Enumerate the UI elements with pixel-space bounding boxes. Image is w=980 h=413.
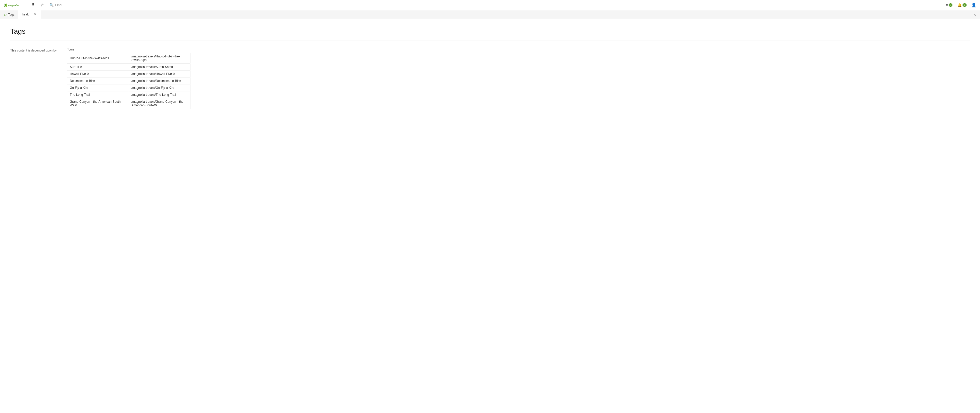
- logo[interactable]: magnolia: [2, 2, 27, 8]
- svg-text:magnolia: magnolia: [8, 4, 19, 7]
- star-icon: ☆: [40, 3, 44, 8]
- tab-bar-close-button[interactable]: ✕: [971, 11, 979, 19]
- row-path: /magnolia-travels/Grand-Canyon—the-Ameri…: [129, 98, 191, 109]
- table-row: Grand-Canyon—the-American-South-West /ma…: [67, 98, 191, 109]
- row-name: The-Long-Trail: [67, 91, 129, 98]
- search-input[interactable]: [55, 3, 200, 7]
- row-path: /magnolia-travels/Hawaii-Five-0: [129, 70, 191, 78]
- tag-icon: 🏷: [3, 13, 6, 16]
- health-tab-label: health: [22, 13, 30, 16]
- search-icon: 🔍: [49, 3, 54, 7]
- row-path: /magnolia-travels/Go-Fly-a-Kite: [129, 85, 191, 91]
- table-row: Surf Title /magnolia-travels/Surfin-Safa…: [67, 64, 191, 70]
- top-nav: magnolia ⠿ ☆ 🔍 ≡ 0 🔔 0 👤: [0, 0, 980, 10]
- row-name: Hut-to-Hut-in-the-Swiss-Alps: [67, 53, 129, 64]
- depends-section: This content is depended upon by Tours H…: [10, 48, 970, 109]
- tab-health[interactable]: health ✕: [18, 10, 41, 19]
- nav-right: ≡ 0 🔔 0 👤: [944, 1, 978, 9]
- dependency-table: Hut-to-Hut-in-the-Swiss-Alps /magnolia-t…: [67, 53, 191, 109]
- user-icon: 👤: [971, 3, 977, 8]
- table-row: The-Long-Trail /magnolia-travels/The-Lon…: [67, 91, 191, 98]
- table-row: Dolomites-on-Bike /magnolia-travels/Dolo…: [67, 78, 191, 85]
- main-content: Tags This content is depended upon by To…: [0, 19, 980, 117]
- tab-bar: 🏷 Tags health ✕ ✕: [0, 10, 980, 19]
- depends-content: Tours Hut-to-Hut-in-the-Swiss-Alps /magn…: [67, 48, 191, 109]
- section-category: Tours: [67, 48, 191, 51]
- row-path: /magnolia-travels/The-Long-Trail: [129, 91, 191, 98]
- tasks-badge: 0: [948, 3, 953, 7]
- row-path: /magnolia-travels/Surfin-Safari: [129, 64, 191, 70]
- tasks-icon: ≡: [946, 3, 948, 7]
- row-name: Go-Fly-a-Kite: [67, 85, 129, 91]
- tags-tab-label: Tags: [8, 13, 14, 16]
- table-row: Hawaii-Five-0 /magnolia-travels/Hawaii-F…: [67, 70, 191, 78]
- row-path: /magnolia-travels/Hut-to-Hut-in-the-Swis…: [129, 53, 191, 64]
- row-name: Dolomites-on-Bike: [67, 78, 129, 85]
- search-bar: 🔍: [47, 3, 202, 7]
- health-tab-close[interactable]: ✕: [33, 12, 37, 16]
- tab-tags[interactable]: 🏷 Tags: [0, 10, 18, 19]
- tasks-button[interactable]: ≡ 0: [944, 2, 955, 8]
- favorites-icon-button[interactable]: ☆: [38, 1, 46, 9]
- bell-icon: 🔔: [958, 3, 962, 7]
- row-name: Hawaii-Five-0: [67, 70, 129, 78]
- notifications-badge: 0: [963, 3, 967, 7]
- depends-label: This content is depended upon by: [10, 48, 57, 52]
- notifications-button[interactable]: 🔔 0: [956, 2, 969, 8]
- grid-icon-button[interactable]: ⠿: [29, 1, 37, 9]
- user-profile-button[interactable]: 👤: [970, 1, 978, 9]
- table-row: Go-Fly-a-Kite /magnolia-travels/Go-Fly-a…: [67, 85, 191, 91]
- grid-icon: ⠿: [32, 3, 35, 8]
- row-name: Grand-Canyon—the-American-South-West: [67, 98, 129, 109]
- row-name: Surf Title: [67, 64, 129, 70]
- table-row: Hut-to-Hut-in-the-Swiss-Alps /magnolia-t…: [67, 53, 191, 64]
- row-path: /magnolia-travels/Dolomites-on-Bike: [129, 78, 191, 85]
- page-title: Tags: [10, 27, 970, 40]
